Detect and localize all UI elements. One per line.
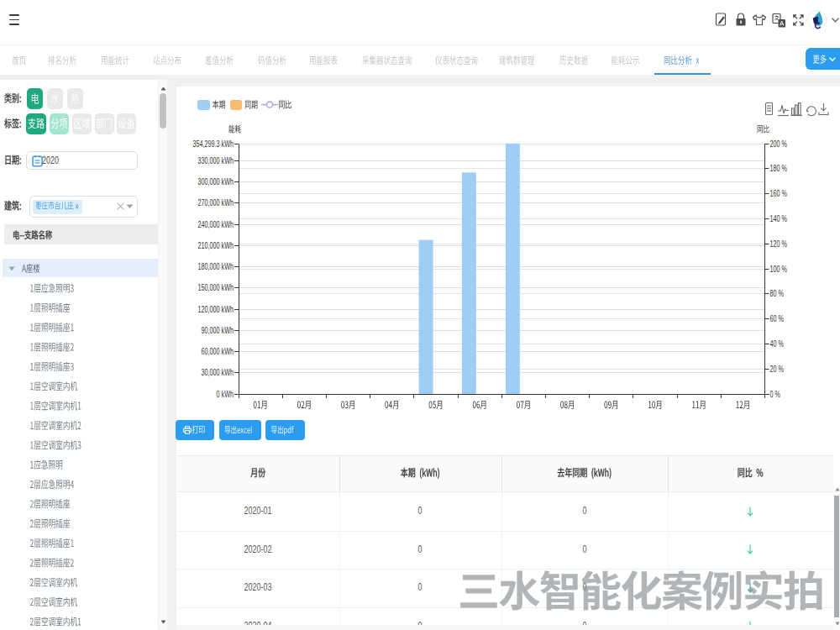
svg-text:60 %: 60 % bbox=[770, 314, 785, 323]
svg-text:210,000 kWh: 210,000 kWh bbox=[198, 241, 234, 250]
svg-text:160 %: 160 % bbox=[770, 189, 788, 198]
svg-text:20 %: 20 % bbox=[770, 365, 785, 374]
svg-text:300,000 kWh: 300,000 kWh bbox=[198, 177, 234, 186]
svg-text:0 %: 0 % bbox=[770, 390, 781, 399]
svg-text:330,000 kWh: 330,000 kWh bbox=[198, 156, 234, 165]
svg-text:120 %: 120 % bbox=[770, 239, 788, 249]
svg-text:120,000 kWh: 120,000 kWh bbox=[198, 305, 234, 314]
svg-text:180,000 kWh: 180,000 kWh bbox=[198, 262, 234, 271]
svg-text:40 %: 40 % bbox=[770, 339, 785, 349]
svg-text:270,000 kWh: 270,000 kWh bbox=[198, 198, 234, 207]
svg-text:60,000 kWh: 60,000 kWh bbox=[202, 347, 234, 356]
svg-text:30,000 kWh: 30,000 kWh bbox=[202, 368, 234, 377]
svg-text:140 %: 140 % bbox=[770, 214, 788, 223]
svg-text:240,000 kWh: 240,000 kWh bbox=[198, 220, 234, 229]
svg-text:0 kWh: 0 kWh bbox=[217, 390, 234, 399]
svg-text:80 %: 80 % bbox=[770, 289, 785, 298]
svg-text:150,000 kWh: 150,000 kWh bbox=[198, 283, 234, 292]
svg-text:200 %: 200 % bbox=[770, 139, 788, 149]
svg-text:90,000 kWh: 90,000 kWh bbox=[202, 326, 234, 335]
svg-text:180 %: 180 % bbox=[770, 164, 788, 173]
svg-text:100 %: 100 % bbox=[770, 265, 788, 274]
svg-text:354,299.3 kWh: 354,299.3 kWh bbox=[193, 139, 234, 149]
